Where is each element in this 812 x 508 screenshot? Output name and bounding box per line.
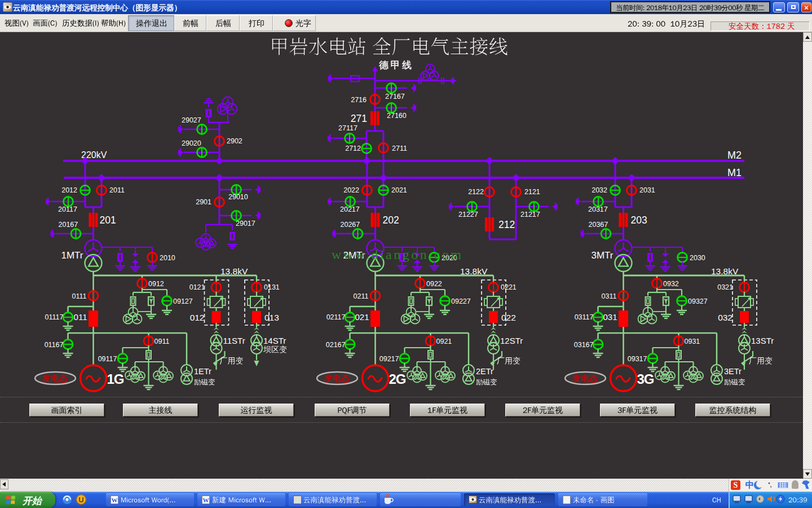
- svg-text:0311: 0311: [602, 292, 617, 300]
- svg-text:212: 212: [498, 219, 515, 230]
- svg-text:21227: 21227: [458, 211, 478, 218]
- svg-text:2021: 2021: [391, 186, 407, 194]
- svg-text:0321: 0321: [717, 283, 733, 291]
- svg-text:M1: M1: [727, 167, 742, 178]
- svg-text:20217: 20217: [340, 205, 360, 213]
- svg-text:2012: 2012: [61, 186, 77, 194]
- svg-text:27160: 27160: [387, 112, 407, 120]
- svg-text:09217: 09217: [379, 355, 399, 363]
- svg-text:09317: 09317: [628, 355, 647, 363]
- svg-text:2G: 2G: [389, 371, 406, 387]
- svg-text:0221: 0221: [501, 283, 517, 291]
- svg-text:011: 011: [74, 312, 87, 322]
- svg-text:032: 032: [718, 313, 732, 322]
- svg-text:27117: 27117: [338, 124, 358, 132]
- svg-text:0931: 0931: [685, 338, 700, 345]
- svg-text:021: 021: [355, 312, 369, 322]
- svg-text:13.8kV: 13.8kV: [711, 266, 739, 276]
- svg-text:29020: 29020: [182, 139, 201, 147]
- svg-text:09227: 09227: [451, 297, 471, 305]
- svg-text:01117: 01117: [45, 313, 64, 321]
- svg-text:29010: 29010: [228, 193, 248, 201]
- svg-text:0912: 0912: [148, 280, 164, 288]
- svg-text:202: 202: [383, 214, 399, 226]
- svg-text:0111: 0111: [72, 292, 87, 300]
- svg-text:022: 022: [501, 313, 516, 322]
- svg-text:2711: 2711: [392, 144, 407, 152]
- svg-text:09117: 09117: [98, 355, 117, 363]
- svg-text:2ETr: 2ETr: [476, 367, 493, 376]
- svg-text:0121: 0121: [189, 283, 205, 291]
- svg-text:2902: 2902: [227, 137, 242, 145]
- svg-text:1ETr: 1ETr: [194, 367, 211, 376]
- svg-text:0211: 0211: [354, 292, 369, 300]
- svg-text:www.diangon.com: www.diangon.com: [332, 247, 464, 262]
- svg-text:2901: 2901: [196, 198, 211, 206]
- svg-text:1G: 1G: [107, 371, 124, 387]
- svg-text:20317: 20317: [588, 205, 608, 213]
- svg-text:21217: 21217: [520, 211, 540, 218]
- svg-text:20267: 20267: [341, 221, 360, 229]
- svg-text:M2: M2: [727, 150, 742, 161]
- svg-text:2121: 2121: [524, 188, 540, 196]
- svg-text:271: 271: [351, 113, 367, 124]
- svg-text:09327: 09327: [688, 297, 708, 305]
- svg-text:2032: 2032: [592, 186, 607, 194]
- svg-text:3MTr: 3MTr: [592, 250, 614, 261]
- svg-text:09127: 09127: [173, 297, 193, 305]
- svg-text:0932: 0932: [663, 280, 679, 288]
- svg-text:03167: 03167: [574, 341, 594, 349]
- svg-text:14STr: 14STr: [263, 336, 286, 345]
- svg-text:2712: 2712: [345, 144, 361, 152]
- svg-text:01167: 01167: [45, 341, 64, 349]
- svg-text:20167: 20167: [59, 221, 78, 229]
- svg-text:0921: 0921: [436, 338, 452, 345]
- svg-text:13.8kV: 13.8kV: [220, 266, 248, 276]
- svg-text:02117: 02117: [326, 313, 346, 321]
- svg-text:2010: 2010: [160, 254, 175, 262]
- svg-text:13.8kV: 13.8kV: [460, 266, 488, 276]
- svg-text:203: 203: [631, 214, 647, 226]
- svg-text:1MTr: 1MTr: [61, 250, 83, 261]
- svg-text:2030: 2030: [690, 254, 705, 262]
- svg-text:20117: 20117: [58, 205, 77, 213]
- svg-text:11STr: 11STr: [223, 336, 245, 345]
- svg-text:0922: 0922: [426, 280, 442, 288]
- svg-text:2022: 2022: [343, 186, 359, 194]
- svg-text:29017: 29017: [236, 220, 255, 227]
- svg-text:201: 201: [100, 214, 116, 226]
- svg-text:13STr: 13STr: [751, 336, 774, 345]
- svg-text:013: 013: [264, 313, 279, 322]
- svg-text:20367: 20367: [589, 221, 608, 229]
- svg-text:12STr: 12STr: [500, 336, 523, 345]
- svg-text:3ETr: 3ETr: [724, 367, 742, 376]
- svg-text:0131: 0131: [264, 283, 280, 291]
- svg-text:29027: 29027: [182, 116, 201, 124]
- svg-text:012: 012: [190, 313, 205, 322]
- svg-text:3G: 3G: [637, 371, 654, 387]
- svg-text:031: 031: [603, 312, 617, 322]
- svg-text:03117: 03117: [575, 313, 594, 321]
- svg-text:02167: 02167: [326, 341, 346, 349]
- svg-text:27167: 27167: [385, 93, 405, 100]
- svg-text:2011: 2011: [109, 186, 125, 194]
- svg-text:2716: 2716: [351, 96, 367, 104]
- svg-text:2031: 2031: [639, 186, 655, 194]
- svg-text:0911: 0911: [155, 338, 170, 345]
- svg-text:2122: 2122: [468, 188, 484, 196]
